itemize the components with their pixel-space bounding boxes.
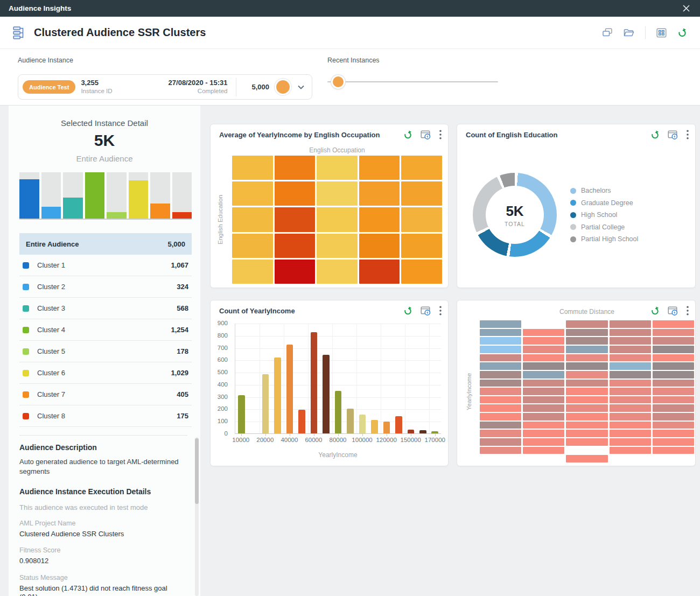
table-row[interactable]: Cluster 3568: [19, 298, 192, 319]
heatmap-cell[interactable]: [480, 438, 521, 446]
heatmap-cell[interactable]: [480, 430, 521, 437]
heatmap-cell[interactable]: [523, 329, 564, 336]
heatmap-cell[interactable]: [566, 346, 607, 353]
scrollbar-thumb[interactable]: [195, 438, 199, 504]
heatmap-cell[interactable]: [653, 320, 694, 328]
heatmap-cell[interactable]: [232, 260, 273, 284]
heatmap-cell[interactable]: [523, 354, 564, 362]
heatmap-cell[interactable]: [653, 346, 694, 353]
heatmap-cell[interactable]: [523, 380, 564, 387]
heatmap-cell[interactable]: [566, 404, 607, 412]
mini-bar-column[interactable]: [41, 172, 61, 219]
heatmap-cell[interactable]: [566, 362, 607, 370]
refresh-icon[interactable]: [403, 130, 412, 139]
heatmap-cell[interactable]: [523, 404, 564, 412]
heatmap-cell[interactable]: [523, 447, 564, 454]
heatmap-cell[interactable]: [610, 430, 651, 437]
table-row[interactable]: Cluster 5178: [19, 341, 192, 362]
heatmap-cell[interactable]: [523, 346, 564, 353]
heatmap-cell[interactable]: [610, 388, 651, 395]
heatmap-cell[interactable]: [232, 207, 273, 232]
menu-kebab-icon[interactable]: [687, 130, 689, 139]
heatmap-cell[interactable]: [359, 181, 400, 206]
heatmap-cell[interactable]: [317, 260, 358, 284]
heatmap-cell[interactable]: [275, 181, 316, 206]
heatmap-cell[interactable]: [523, 362, 564, 370]
heatmap-cell[interactable]: [275, 260, 316, 284]
heatmap-cell[interactable]: [317, 234, 358, 258]
heatmap-cell[interactable]: [401, 156, 442, 180]
heatmap-cell[interactable]: [610, 354, 651, 362]
heatmap-cell[interactable]: [480, 447, 521, 454]
heatmap-cell[interactable]: [480, 354, 521, 362]
open-folder-icon[interactable]: [624, 29, 634, 37]
table-row[interactable]: Cluster 8175: [19, 405, 192, 427]
heatmap-cell[interactable]: [359, 207, 400, 232]
bar[interactable]: [286, 345, 293, 433]
heatmap-cell[interactable]: [480, 337, 521, 345]
heatmap-cell[interactable]: [566, 388, 607, 395]
bar[interactable]: [419, 430, 426, 433]
heatmap-cell[interactable]: [480, 396, 521, 404]
export-icon[interactable]: [421, 306, 431, 315]
heatmap-cell[interactable]: [232, 181, 273, 206]
menu-kebab-icon[interactable]: [439, 130, 442, 139]
mini-bar[interactable]: [85, 172, 105, 219]
heatmap-cell[interactable]: [523, 422, 564, 429]
heatmap-cell[interactable]: [653, 404, 694, 412]
education-donut[interactable]: 5K TOTAL: [473, 173, 557, 257]
heatmap-cell[interactable]: [566, 422, 607, 429]
refresh-icon[interactable]: [677, 28, 687, 38]
heatmap-cell[interactable]: [317, 156, 358, 180]
mini-bar[interactable]: [19, 179, 39, 219]
bar[interactable]: [383, 422, 390, 433]
heatmap-cell[interactable]: [566, 371, 607, 378]
heatmap-cell[interactable]: [610, 320, 651, 328]
mini-bar-column[interactable]: [107, 172, 127, 219]
mini-bar[interactable]: [129, 180, 149, 219]
mini-bar[interactable]: [41, 207, 61, 219]
chevron-down-icon[interactable]: [298, 85, 304, 89]
close-icon[interactable]: [681, 3, 691, 14]
heatmap-cell[interactable]: [566, 438, 607, 446]
heatmap-cell[interactable]: [653, 337, 694, 345]
heatmap-cell[interactable]: [610, 404, 651, 412]
heatmap-cell[interactable]: [480, 320, 521, 328]
heatmap-cell[interactable]: [610, 422, 651, 429]
duplicate-icon[interactable]: [602, 28, 613, 37]
heatmap-cell[interactable]: [653, 362, 694, 370]
bar[interactable]: [347, 409, 354, 433]
heatmap-cell[interactable]: [653, 388, 694, 395]
heatmap-cell[interactable]: [610, 396, 651, 404]
refresh-icon[interactable]: [650, 130, 660, 139]
heatmap-cell[interactable]: [317, 207, 358, 232]
mini-bar-column[interactable]: [19, 172, 39, 219]
heatmap-cell[interactable]: [566, 380, 607, 387]
heatmap-cell[interactable]: [401, 234, 442, 258]
bar[interactable]: [238, 395, 245, 433]
heatmap-cell[interactable]: [610, 447, 651, 454]
heatmap-cell[interactable]: [653, 396, 694, 404]
heatmap-cell[interactable]: [480, 362, 521, 370]
heatmap-cell[interactable]: [523, 413, 564, 420]
mini-bar[interactable]: [107, 212, 127, 219]
legend-item[interactable]: Bachelors: [570, 185, 638, 197]
heatmap-cell[interactable]: [401, 260, 442, 284]
export-icon[interactable]: [421, 130, 431, 139]
legend-item[interactable]: Partial High School: [570, 233, 638, 246]
calculator-grid-icon[interactable]: [656, 28, 667, 38]
heatmap-cell[interactable]: [232, 234, 273, 258]
heatmap-cell[interactable]: [610, 438, 651, 446]
bar[interactable]: [323, 355, 330, 433]
heatmap-cell[interactable]: [523, 438, 564, 446]
heatmap-cell[interactable]: [610, 380, 651, 387]
mini-bar-column[interactable]: [150, 172, 170, 219]
heatmap-cell[interactable]: [275, 156, 316, 180]
heatmap-cell[interactable]: [480, 371, 521, 378]
heatmap-cell[interactable]: [566, 455, 607, 462]
heatmap-cell[interactable]: [359, 156, 400, 180]
heatmap-cell[interactable]: [480, 388, 521, 395]
heatmap-cell[interactable]: [610, 346, 651, 353]
mini-bar[interactable]: [63, 198, 83, 219]
bar[interactable]: [431, 431, 438, 433]
